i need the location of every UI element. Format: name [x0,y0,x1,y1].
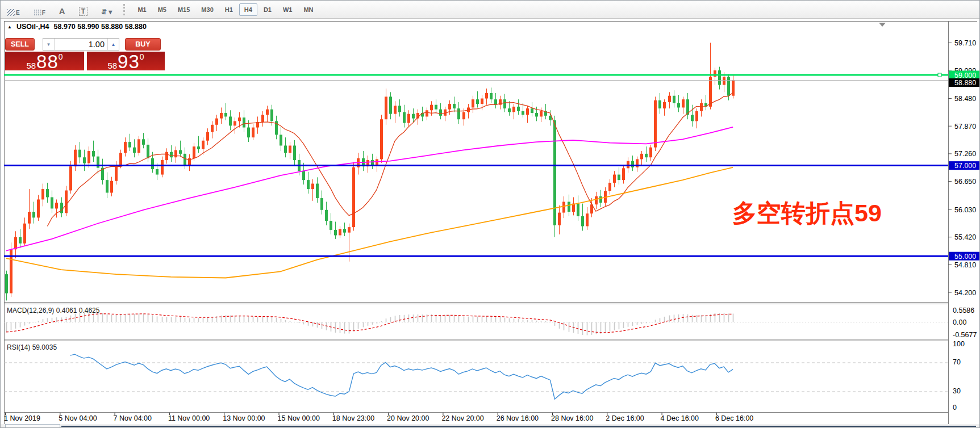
toolbar: EFAT⇵ ▾ M1M5M15M30H1H4D1W1MN [1,1,979,19]
rsi-axis-label: 0 [953,404,957,412]
horizontal-scrollbar [1,424,980,428]
rsi-name: RSI(14) [7,343,30,351]
price-tick-label: 54.810 [954,261,976,269]
rsi-axis-label: 70 [953,358,961,366]
sell-price-sup: 0 [59,53,63,61]
volume-decrease-icon[interactable]: ▼ [43,39,54,50]
macd-axis: 0.55860.00-0.5677 [953,307,977,339]
price-tick-label: 57.260 [954,150,976,158]
macd-axis-label: 0.00 [953,318,966,326]
rsi-axis-label: 30 [953,387,961,395]
grid-icon[interactable]: F [31,2,48,17]
buy-price-small: 58 [107,61,117,70]
trade-prices-row: 58 88 0 58 93 0 [5,52,165,70]
time-axis-label: 5 Nov 04:00 [59,414,97,422]
sell-price-big: 88 [36,53,59,70]
rsi-axis: 10070300 [953,340,965,412]
timeframe-button-M5[interactable]: M5 [153,3,172,16]
time-axis-label: 4 Dec 16:00 [661,414,699,422]
quote-ohlc: 58.970 58.990 58.880 58.880 [54,23,147,31]
price-tick-label: 59.710 [954,39,976,47]
timeframe-button-M30[interactable]: M30 [196,3,218,16]
macd-label: MACD(12,26,9) 0.4061 0.4625 [7,307,99,314]
timeframe-button-H4[interactable]: H4 [239,3,257,16]
macd-name: MACD(12,26,9) [7,307,54,314]
collapse-icon[interactable]: ▲ [7,24,12,30]
volume-increase-icon[interactable]: ▲ [107,39,119,50]
timeframe-button-D1[interactable]: D1 [258,3,277,16]
buy-price-big: 93 [118,53,140,70]
rsi-value: 59.0035 [32,343,57,351]
macd-signal-value: 0.4625 [79,307,100,314]
timeframe-button-MN[interactable]: MN [298,3,318,16]
rsi-pane [4,354,948,399]
time-axis-label: 26 Nov 16:00 [497,414,539,422]
timeframe-buttons: M1M5M15M30H1H4D1W1MN [132,3,318,16]
price-tag-label: 58.880 [954,79,976,87]
one-click-trading-panel: SELL ▼ ▲ BUY 58 88 0 58 93 0 [5,38,165,70]
price-tick-label: 54.200 [954,289,976,297]
time-axis-label: 6 Dec 16:00 [715,414,753,422]
price-tick-label: 55.420 [954,233,976,241]
trade-buttons-row: SELL ▼ ▲ BUY [5,38,165,51]
time-axis-label: 11 Nov 00:00 [168,414,210,422]
price-tick-label: 58.480 [954,95,976,103]
time-axis-label: 18 Nov 23:00 [332,414,374,422]
macd-pane [4,312,948,335]
rsi-label: RSI(14) 59.0035 [7,343,57,351]
level-line-handle [938,73,941,77]
price-tick-label: 56.030 [954,206,976,214]
price-axis[interactable]: 59.71059.09058.48057.87057.26056.65056.0… [948,39,980,297]
rsi-axis-label: 100 [953,340,965,348]
timeframe-button-H1[interactable]: H1 [220,3,238,16]
price-tick-label: 57.870 [954,123,976,131]
buy-button[interactable]: BUY [125,38,161,51]
time-axis-label: 20 Nov 20:00 [387,414,429,422]
volume-stepper: ▼ ▲ [43,38,119,51]
macd-axis-label: 0.5586 [953,307,974,314]
rsi-line [70,354,733,399]
sell-price-small: 58 [26,61,36,70]
sell-price-display[interactable]: 58 88 0 [5,52,84,70]
time-axis-label: 1 Nov 2019 [4,414,40,422]
chart-annotation-text[interactable]: 多空转折点59 [732,197,882,230]
price-tick-label: 56.650 [954,178,976,186]
grid-icon-pattern [34,9,41,16]
price-tag-label: 57.000 [954,162,976,170]
time-axis[interactable]: 1 Nov 20195 Nov 04:007 Nov 04:0011 Nov 0… [4,413,753,422]
macd-main-value: 0.4061 [56,307,77,314]
timeframe-button-M1[interactable]: M1 [132,3,151,16]
arrange-windows-icon[interactable]: ⇵ ▾ [99,2,114,17]
indicator-list-icon-pattern [7,9,15,16]
symbol-period-label: USOil-,H4 [16,23,49,31]
ma-medium-magenta [6,127,733,251]
buy-price-sup: 0 [140,53,144,61]
text-label-icon[interactable]: A [57,2,68,17]
scrollbar-track-line [61,426,976,427]
time-axis-label: 15 Nov 00:00 [278,414,320,422]
ma-slow-orange [6,167,733,278]
sell-button[interactable]: SELL [5,38,35,51]
macd-axis-label: -0.5677 [953,331,977,339]
time-axis-label: 13 Nov 00:00 [223,414,265,422]
indicator-list-icon[interactable]: E [5,2,22,17]
price-tag-label: 59.000 [954,72,976,79]
chart-window: 59.71059.09058.48057.87057.26056.65056.0… [1,19,980,428]
time-axis-label: 7 Nov 04:00 [114,414,152,422]
timeframe-button-M15[interactable]: M15 [173,3,195,16]
scrollbar-thumb[interactable] [5,424,60,428]
time-axis-label: 2 Dec 16:00 [606,414,644,422]
buy-price-display[interactable]: 58 93 0 [87,52,165,70]
price-tag-label: 55.000 [954,253,976,261]
chart-shift-marker-icon [879,23,886,27]
time-axis-label: 22 Nov 20:00 [441,414,483,422]
toolbar-separator [123,4,128,15]
time-axis-label: 28 Nov 16:00 [551,414,593,422]
volume-input[interactable] [54,39,107,50]
timeframe-button-W1[interactable]: W1 [278,3,298,16]
toolbar-tools: EFAT⇵ ▾ [5,2,114,17]
candlestick-series [5,43,735,300]
text-box-icon[interactable]: T [77,2,90,17]
mt4-window: EFAT⇵ ▾ M1M5M15M30H1H4D1W1MN 59.71059.09… [0,0,980,428]
quote-bar: ▲ USOil-,H4 58.970 58.990 58.880 58.880 [7,23,147,31]
